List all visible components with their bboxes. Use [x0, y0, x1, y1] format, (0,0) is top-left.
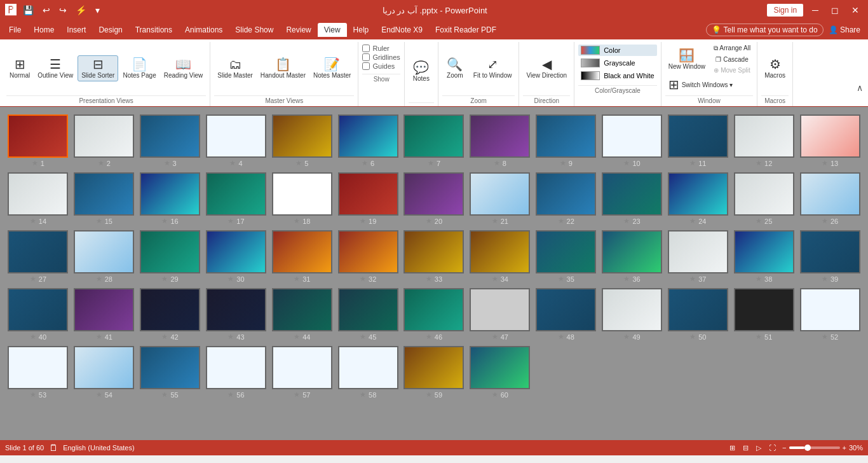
slide-thumb-6[interactable]: ★6 [337, 114, 398, 167]
tab-slideshow[interactable]: Slide Show [229, 23, 280, 37]
customize-qat-button[interactable]: ▾ [93, 4, 102, 17]
macros-button[interactable]: ⚙ Macros [761, 56, 789, 81]
handout-master-button[interactable]: 📋 Handout Master [257, 56, 309, 81]
slide-thumb-30[interactable]: ★30 [206, 230, 267, 283]
slide-thumb-7[interactable]: ★7 [403, 114, 465, 167]
notes-button[interactable]: 💬 Notes [409, 59, 434, 84]
slide-sorter-button[interactable]: ⊟ Slide Sorter [78, 55, 118, 81]
slide-thumb-39[interactable]: ★39 [799, 230, 860, 283]
slide-thumb-59[interactable]: ★59 [403, 346, 465, 399]
arrange-all-button[interactable]: ⧉ Arrange All [711, 43, 753, 53]
slide-thumb-18[interactable]: ★18 [271, 172, 332, 225]
tab-foxit[interactable]: Foxit Reader PDF [429, 23, 503, 37]
notes-master-button[interactable]: 📝 Notes Master [310, 56, 354, 81]
tab-review[interactable]: Review [280, 23, 317, 37]
slide-thumb-9[interactable]: ★9 [536, 114, 597, 167]
outline-view-button[interactable]: ☰ Outline View [34, 56, 76, 81]
slide-thumb-57[interactable]: ★57 [271, 346, 332, 399]
slide-thumb-17[interactable]: ★17 [206, 172, 267, 225]
slide-thumb-36[interactable]: ★36 [602, 230, 663, 283]
switch-windows-button[interactable]: ⊞ Switch Windows ▾ [665, 76, 736, 93]
cascade-button[interactable]: ❐ Cascade [711, 55, 753, 64]
zoom-button[interactable]: 🔍 Zoom [442, 56, 468, 81]
slide-thumb-23[interactable]: ★23 [602, 172, 663, 225]
slide-thumb-44[interactable]: ★44 [271, 288, 332, 341]
notes-page-button[interactable]: 📄 Notes Page [119, 56, 159, 81]
reading-view-button[interactable]: 📖 Reading View [161, 56, 207, 81]
quick-access-button[interactable]: ⚡ [73, 4, 89, 17]
tab-endnote[interactable]: EndNote X9 [375, 23, 429, 37]
tab-transitions[interactable]: Transitions [129, 23, 179, 37]
slide-thumb-27[interactable]: ★27 [8, 230, 69, 283]
slide-thumb-22[interactable]: ★22 [536, 172, 597, 225]
slide-thumb-24[interactable]: ★24 [667, 172, 728, 225]
slide-thumb-52[interactable]: ★52 [799, 288, 860, 341]
slide-thumb-56[interactable]: ★56 [206, 346, 267, 399]
slide-thumb-60[interactable]: ★60 [470, 346, 531, 399]
slide-thumb-33[interactable]: ★33 [403, 230, 465, 283]
new-window-button[interactable]: 🪟 New Window [665, 43, 709, 75]
share-button[interactable]: 👤 Share [824, 24, 865, 36]
fit-to-window-button[interactable]: ⤢ Fit to Window [470, 56, 515, 81]
redo-button[interactable]: ↪ [57, 4, 69, 17]
slide-thumb-58[interactable]: ★58 [337, 346, 398, 399]
slide-thumb-41[interactable]: ★41 [74, 288, 135, 341]
slide-thumb-38[interactable]: ★38 [733, 230, 794, 283]
slide-thumb-35[interactable]: ★35 [536, 230, 597, 283]
slide-thumb-34[interactable]: ★34 [470, 230, 531, 283]
view-direction-button[interactable]: ◀ View Direction [523, 56, 570, 81]
close-button[interactable]: ✕ [848, 4, 863, 17]
black-white-option[interactable]: Black and White [578, 70, 656, 81]
grayscale-option[interactable]: Grayscale [578, 57, 656, 69]
slide-thumb-12[interactable]: ★12 [733, 114, 794, 167]
slide-thumb-32[interactable]: ★32 [337, 230, 398, 283]
reading-view-status-button[interactable]: ▷ [755, 443, 763, 453]
slide-thumb-8[interactable]: ★8 [470, 114, 531, 167]
slide-thumb-48[interactable]: ★48 [536, 288, 597, 341]
gridlines-checkbox[interactable]: Gridlines [362, 53, 400, 61]
slide-thumb-28[interactable]: ★28 [74, 230, 135, 283]
slide-thumb-16[interactable]: ★16 [140, 172, 201, 225]
slide-thumb-47[interactable]: ★47 [470, 288, 531, 341]
slide-thumb-13[interactable]: ★13 [799, 114, 860, 167]
tab-design[interactable]: Design [92, 23, 128, 37]
normal-button[interactable]: ⊞ Normal [6, 56, 33, 81]
guides-checkbox[interactable]: Guides [362, 62, 400, 70]
zoom-bar[interactable] [789, 446, 840, 449]
tab-view[interactable]: View [318, 23, 347, 37]
zoom-level[interactable]: 30% [849, 444, 863, 452]
slide-thumb-14[interactable]: ★14 [8, 172, 69, 225]
undo-button[interactable]: ↩ [40, 4, 53, 17]
normal-view-button[interactable]: ⊞ [728, 443, 736, 453]
slide-sorter-status-button[interactable]: ⊟ [742, 443, 750, 453]
slide-thumb-21[interactable]: ★21 [470, 172, 531, 225]
slide-thumb-31[interactable]: ★31 [271, 230, 332, 283]
slide-thumb-54[interactable]: ★54 [74, 346, 135, 399]
slide-thumb-37[interactable]: ★37 [667, 230, 728, 283]
slide-thumb-51[interactable]: ★51 [733, 288, 794, 341]
slide-thumb-10[interactable]: ★10 [602, 114, 663, 167]
zoom-in-icon[interactable]: + [843, 444, 846, 452]
save-button[interactable]: 💾 [20, 4, 36, 17]
color-option[interactable]: Color [578, 45, 656, 56]
restore-button[interactable]: ◻ [827, 4, 843, 17]
slide-thumb-29[interactable]: ★29 [140, 230, 201, 283]
slide-thumb-11[interactable]: ★11 [667, 114, 728, 167]
slide-thumb-15[interactable]: ★15 [74, 172, 135, 225]
ruler-checkbox[interactable]: Ruler [362, 45, 400, 52]
slide-thumb-50[interactable]: ★50 [667, 288, 728, 341]
zoom-out-icon[interactable]: − [782, 444, 786, 452]
slide-thumb-19[interactable]: ★19 [337, 172, 398, 225]
tab-help[interactable]: Help [347, 23, 376, 37]
slide-thumb-20[interactable]: ★20 [403, 172, 465, 225]
slide-thumb-45[interactable]: ★45 [337, 288, 398, 341]
slide-thumb-1[interactable]: ★1 [8, 114, 69, 167]
slide-thumb-26[interactable]: ★26 [799, 172, 860, 225]
slide-thumb-42[interactable]: ★42 [140, 288, 201, 341]
notes-status-button[interactable]: 🗒 [49, 443, 58, 453]
tab-file[interactable]: File [3, 23, 27, 37]
slide-thumb-49[interactable]: ★49 [602, 288, 663, 341]
slide-thumb-3[interactable]: ★3 [140, 114, 201, 167]
tab-home[interactable]: Home [27, 23, 60, 37]
sign-in-button[interactable]: Sign in [767, 4, 803, 17]
